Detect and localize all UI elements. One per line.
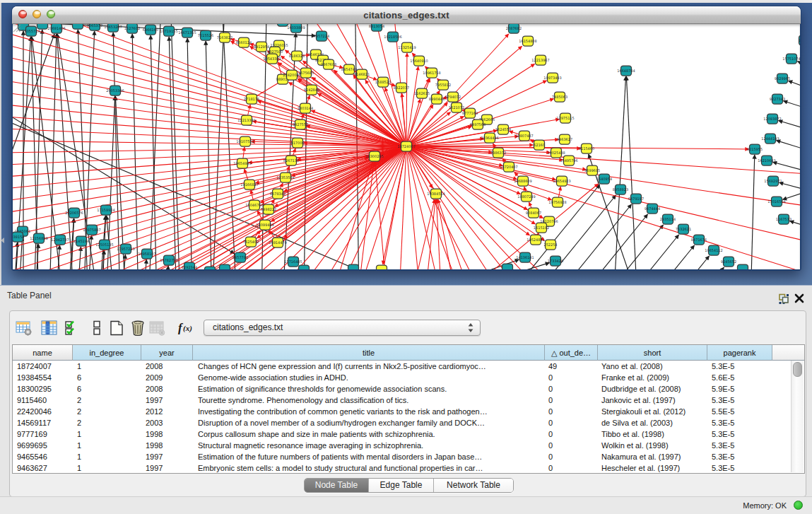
graph-node[interactable] — [205, 267, 216, 269]
column-header-short[interactable]: short — [598, 345, 707, 361]
graph-node[interactable]: 9463627 — [557, 134, 572, 144]
graph-node[interactable]: 1167533 — [776, 214, 792, 224]
graph-node[interactable]: 20053346 — [106, 86, 124, 95]
delete-column-button[interactable] — [129, 320, 146, 337]
graph-node[interactable]: 19654983 — [233, 158, 251, 168]
scrollbar-thumb[interactable] — [793, 362, 802, 377]
graph-node[interactable]: 11325419 — [398, 42, 416, 52]
graph-node[interactable]: 10688609 — [514, 176, 531, 186]
graph-node[interactable]: 6466160 — [143, 25, 158, 35]
minimize-window-button[interactable] — [33, 10, 41, 18]
graph-node[interactable]: 20691406 — [47, 24, 65, 33]
graph-node[interactable]: 9329965 — [775, 74, 790, 83]
graph-node[interactable]: 9227343 — [770, 94, 785, 104]
graph-node[interactable]: 7955812 — [435, 80, 451, 90]
graph-node[interactable]: 10719155 — [160, 26, 177, 36]
graph-node[interactable]: 16648784 — [617, 66, 635, 76]
graph-node[interactable]: 8215955 — [747, 144, 763, 154]
graph-node[interactable]: 7632621 — [676, 224, 691, 234]
zoom-window-button[interactable] — [47, 10, 55, 18]
graph-node[interactable] — [502, 264, 513, 269]
graph-node[interactable]: 8427552 — [293, 119, 308, 129]
graph-node[interactable]: 8678342 — [270, 189, 286, 199]
table-row[interactable]: 1872400712008Changes of HCN gene express… — [13, 361, 790, 372]
new-column-button[interactable] — [108, 320, 125, 337]
graph-node[interactable]: 817006 — [290, 138, 304, 148]
function-builder-button[interactable]: f (x) — [177, 320, 194, 337]
table-vertical-scrollbar[interactable] — [791, 361, 804, 472]
graph-node[interactable]: 7625402 — [243, 237, 259, 247]
graph-node[interactable]: 2935114 — [660, 214, 676, 224]
graph-node[interactable]: 1588520 — [375, 77, 391, 87]
graph-node[interactable]: 2803144 — [298, 103, 313, 113]
select-all-button[interactable] — [64, 320, 81, 337]
graph-node[interactable]: 8322037 — [394, 83, 409, 93]
graph-node[interactable]: 7163822 — [217, 33, 233, 42]
graph-node[interactable]: 9245652 — [721, 257, 736, 267]
graph-node[interactable]: 8990444 — [429, 94, 445, 104]
graph-node[interactable]: 6497568 — [470, 119, 486, 129]
graph-node[interactable] — [377, 265, 387, 269]
graph-node[interactable]: 15751074 — [782, 54, 800, 64]
graph-node[interactable]: 7386372 — [490, 148, 506, 158]
graph-node[interactable]: 8660124 — [236, 37, 252, 47]
table-row[interactable]: 911546021997Tourette syndrome. Phenomeno… — [13, 395, 790, 406]
close-window-button[interactable] — [18, 10, 27, 18]
graph-node[interactable]: 3675685 — [298, 68, 314, 78]
graph-node[interactable]: 9242848 — [304, 85, 319, 95]
graph-node[interactable]: 19524851 — [526, 235, 544, 245]
graph-node[interactable]: 10973493 — [543, 73, 561, 83]
graph-node[interactable]: 3624554 — [495, 124, 511, 134]
graph-node[interactable]: 12444193 — [761, 134, 779, 144]
close-panel-icon[interactable] — [794, 293, 804, 303]
table-row[interactable]: 946362711997Embryonic stem cells: a mode… — [13, 462, 790, 473]
table-row[interactable]: 1830029562008Estimation of significance … — [13, 383, 790, 395]
graph-node[interactable]: 7515526 — [198, 30, 213, 40]
graph-node[interactable]: 7357224 — [314, 31, 329, 41]
graph-node[interactable]: 17016504 — [767, 197, 785, 206]
table-row[interactable]: 1456911722003Disruption of a novel membe… — [13, 417, 790, 428]
column-header-title[interactable]: title — [193, 345, 545, 361]
graph-node[interactable]: 16154808 — [519, 36, 536, 46]
graph-node[interactable]: 6479197 — [628, 194, 644, 204]
graph-node[interactable]: 8471676 — [691, 235, 707, 245]
graph-node[interactable]: 1640954 — [596, 174, 612, 184]
graph-node[interactable]: 16033809 — [287, 24, 305, 33]
graph-node[interactable]: 939154 — [13, 232, 25, 242]
graph-node[interactable] — [738, 264, 748, 269]
graph-node[interactable]: 10653267 — [104, 24, 122, 32]
graph-node[interactable]: 19756928 — [548, 197, 566, 207]
graph-node[interactable]: 8958923 — [613, 185, 628, 194]
graph-node[interactable]: 2087682 — [506, 24, 522, 33]
graph-node[interactable]: 10654112 — [705, 245, 722, 255]
graph-node[interactable]: 2718176 — [244, 94, 259, 104]
table-chooser-dropdown[interactable]: citations_edges.txt — [204, 320, 481, 336]
graph-node[interactable]: 1733426 — [548, 256, 563, 266]
graph-node[interactable]: 20364436 — [481, 133, 498, 143]
table-row[interactable]: 1938455462009Genome-wide association stu… — [13, 372, 790, 383]
graph-node[interactable]: 1527602 — [124, 24, 140, 33]
tab-network-table[interactable]: Network Table — [434, 479, 513, 492]
graph-node[interactable]: 15716485 — [284, 257, 302, 267]
window-resize-grip[interactable] — [13, 24, 21, 33]
graph-node[interactable]: 19384554 — [427, 189, 445, 199]
graph-node[interactable]: 62160 — [534, 140, 545, 150]
graph-node[interactable]: 15640910 — [410, 56, 428, 66]
graph-node[interactable]: 7485063 — [552, 92, 567, 102]
graph-node[interactable]: 9115460 — [579, 144, 594, 153]
graph-node[interactable] — [278, 24, 288, 26]
graph-node[interactable]: 9146821 — [354, 69, 370, 79]
graph-node[interactable]: 19218506 — [384, 32, 401, 42]
graph-node[interactable]: 12975115 — [556, 113, 574, 123]
table-row[interactable]: 2242004622012Investigating the contribut… — [13, 406, 790, 417]
graph-node[interactable]: 9065377 — [87, 24, 102, 30]
graph-node[interactable]: 16210643 — [758, 156, 775, 165]
graph-node[interactable]: 12093872 — [763, 114, 781, 124]
graph-node[interactable]: 10107552 — [236, 136, 254, 146]
column-header-year[interactable]: year — [141, 345, 193, 361]
graph-node[interactable]: 5498222 — [261, 204, 276, 214]
graph-node[interactable]: 16671355 — [178, 28, 196, 37]
graph-node[interactable]: 1162615 — [414, 88, 430, 98]
clear-selection-button[interactable] — [88, 320, 105, 337]
delete-table-button[interactable] — [149, 320, 166, 337]
